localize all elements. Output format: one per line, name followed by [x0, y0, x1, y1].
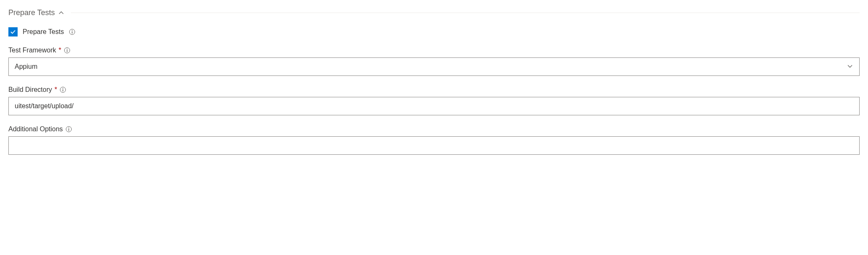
info-icon[interactable]	[65, 126, 72, 133]
svg-rect-8	[63, 89, 63, 91]
svg-rect-5	[67, 50, 67, 52]
section-header[interactable]: Prepare Tests	[8, 8, 860, 17]
info-icon[interactable]	[60, 86, 66, 93]
test-framework-field: Test Framework * Appium	[8, 47, 860, 76]
svg-point-1	[72, 30, 73, 31]
svg-rect-2	[72, 31, 73, 34]
info-icon[interactable]	[64, 47, 70, 54]
prepare-tests-checkbox-label: Prepare Tests	[23, 28, 64, 36]
svg-point-7	[62, 88, 63, 89]
field-label-row: Build Directory *	[8, 86, 860, 94]
prepare-tests-checkbox[interactable]	[8, 27, 18, 36]
additional-options-input[interactable]	[8, 136, 860, 155]
section-title: Prepare Tests	[8, 8, 55, 17]
additional-options-field: Additional Options	[8, 125, 860, 155]
test-framework-select[interactable]: Appium	[8, 57, 860, 76]
section-divider	[71, 13, 860, 13]
field-label-row: Additional Options	[8, 125, 860, 133]
chevron-up-icon	[58, 10, 64, 16]
build-directory-label: Build Directory	[8, 86, 52, 94]
field-label-row: Test Framework *	[8, 47, 860, 54]
test-framework-select-wrap: Appium	[8, 57, 860, 76]
build-directory-input[interactable]	[8, 97, 860, 115]
additional-options-label: Additional Options	[8, 125, 63, 133]
svg-point-4	[67, 49, 68, 49]
test-framework-value: Appium	[15, 63, 37, 70]
svg-rect-11	[68, 129, 69, 131]
build-directory-field: Build Directory *	[8, 86, 860, 115]
required-indicator: *	[59, 47, 61, 54]
test-framework-label: Test Framework	[8, 47, 56, 54]
info-icon[interactable]	[69, 29, 75, 35]
required-indicator: *	[55, 86, 57, 94]
prepare-tests-checkbox-row: Prepare Tests	[8, 27, 860, 36]
svg-point-10	[68, 128, 69, 128]
